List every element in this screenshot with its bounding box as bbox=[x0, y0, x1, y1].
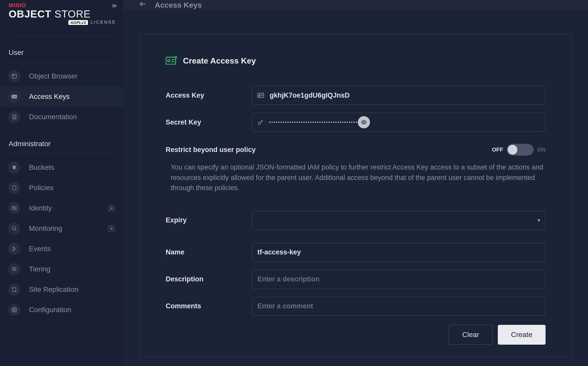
sidebar-item-buckets[interactable]: Buckets bbox=[0, 157, 123, 178]
chevron-down-icon: ▾ bbox=[537, 217, 540, 224]
content: Create Access Key Access Key gkhjK7oe1gd… bbox=[123, 10, 588, 366]
chevron-down-icon[interactable]: ▾ bbox=[108, 225, 115, 232]
expiry-select[interactable]: ▾ bbox=[252, 211, 546, 230]
section-user-label: User bbox=[0, 36, 123, 62]
secret-key-input-wrap[interactable]: ••••••••••••••••••••••••••••••••••••••• bbox=[252, 113, 546, 132]
monitoring-icon bbox=[8, 222, 20, 235]
sidebar-item-site-replication[interactable]: Site Replication bbox=[0, 279, 123, 300]
card-header: Create Access Key bbox=[166, 56, 546, 66]
comments-label: Comments bbox=[166, 302, 252, 310]
object-browser-icon bbox=[8, 70, 20, 82]
access-key-value: gkhjK7oe1gdU6gIQJnsD bbox=[270, 92, 540, 99]
description-input[interactable] bbox=[257, 275, 540, 283]
brand-objectstore: OBJECT STORE bbox=[9, 9, 116, 19]
sidebar-item-configuration[interactable]: Configuration bbox=[0, 300, 123, 320]
svg-rect-10 bbox=[12, 207, 17, 210]
sidebar-item-label: Buckets bbox=[29, 163, 54, 172]
restrict-section: Restrict beyond user policy OFF ON You c… bbox=[166, 144, 546, 193]
svg-line-33 bbox=[261, 121, 262, 122]
name-input-wrap[interactable] bbox=[252, 243, 546, 262]
form-row-comments: Comments bbox=[166, 297, 546, 316]
create-access-key-card: Create Access Key Access Key gkhjK7oe1gd… bbox=[140, 34, 572, 357]
create-button[interactable]: Create bbox=[498, 325, 546, 345]
name-input[interactable] bbox=[257, 248, 540, 256]
card-title: Create Access Key bbox=[183, 56, 256, 66]
sidebar: MINIO OBJECT STORE AGPLv3 LICENSE User O… bbox=[0, 0, 123, 366]
toggle-off-label: OFF bbox=[492, 146, 503, 153]
svg-point-20 bbox=[168, 60, 170, 62]
access-key-card-icon bbox=[166, 56, 177, 66]
description-label: Description bbox=[166, 275, 252, 283]
restrict-label: Restrict beyond user policy bbox=[166, 146, 256, 154]
toggle-on-label: ON bbox=[537, 146, 546, 153]
key-icon bbox=[257, 119, 264, 125]
sidebar-item-label: Monitoring bbox=[29, 224, 62, 233]
description-input-wrap[interactable] bbox=[252, 270, 546, 289]
access-key-label: Access Key bbox=[166, 92, 252, 99]
collapse-sidebar-icon[interactable] bbox=[112, 3, 118, 10]
sidebar-item-documentation[interactable]: Documentation bbox=[0, 107, 123, 127]
buckets-icon bbox=[8, 161, 20, 174]
svg-point-27 bbox=[259, 95, 260, 96]
brand-minio: MINIO bbox=[9, 2, 116, 9]
toggle-knob bbox=[508, 145, 517, 155]
name-label: Name bbox=[166, 248, 252, 256]
restrict-toggle-group: OFF ON bbox=[492, 144, 546, 156]
main: Access Keys Create Access Key bbox=[123, 0, 588, 366]
svg-point-17 bbox=[13, 309, 15, 311]
svg-marker-16 bbox=[12, 267, 17, 269]
agpl-badge: AGPLv3 bbox=[68, 20, 88, 25]
sidebar-item-label: Access Keys bbox=[29, 93, 70, 101]
sidebar-item-label: Object Browser bbox=[29, 72, 78, 80]
gear-icon bbox=[8, 304, 20, 316]
svg-point-11 bbox=[13, 207, 14, 208]
sidebar-item-label: Events bbox=[29, 245, 51, 253]
svg-point-14 bbox=[12, 227, 16, 230]
form-row-expiry: Expiry ▾ bbox=[166, 211, 546, 230]
secret-key-label: Secret Key bbox=[166, 118, 252, 126]
sidebar-item-monitoring[interactable]: Monitoring ▾ bbox=[0, 218, 123, 239]
svg-line-15 bbox=[15, 230, 17, 231]
form-row-secret-key: Secret Key •••••••••••••••••••••••••••••… bbox=[166, 113, 546, 132]
id-card-icon bbox=[257, 93, 264, 98]
sidebar-item-label: Configuration bbox=[29, 306, 71, 314]
sidebar-item-policies[interactable]: Policies bbox=[0, 178, 123, 198]
brand-logo: MINIO OBJECT STORE AGPLv3 LICENSE bbox=[0, 0, 123, 27]
access-key-input-wrap[interactable]: gkhjK7oe1gdU6gIQJnsD bbox=[252, 86, 546, 105]
restrict-header: Restrict beyond user policy OFF ON bbox=[166, 144, 546, 156]
sidebar-item-identity[interactable]: Identity ▾ bbox=[0, 198, 123, 218]
policies-icon bbox=[8, 182, 20, 194]
svg-point-5 bbox=[13, 96, 14, 97]
topbar: Access Keys bbox=[123, 0, 588, 10]
identity-icon bbox=[8, 202, 20, 214]
sidebar-item-access-keys[interactable]: Access Keys bbox=[0, 86, 123, 107]
sidebar-item-label: Policies bbox=[29, 184, 53, 192]
svg-rect-4 bbox=[12, 95, 17, 98]
sidebar-item-object-browser[interactable]: Object Browser bbox=[0, 66, 123, 86]
svg-point-34 bbox=[363, 121, 365, 123]
chevron-down-icon[interactable]: ▾ bbox=[108, 205, 115, 212]
form-row-name: Name bbox=[166, 243, 546, 262]
comments-input[interactable] bbox=[257, 302, 540, 310]
form-row-description: Description bbox=[166, 270, 546, 289]
reveal-secret-button[interactable] bbox=[358, 116, 370, 128]
svg-rect-3 bbox=[13, 75, 14, 76]
documentation-icon bbox=[8, 111, 20, 123]
secret-key-masked: ••••••••••••••••••••••••••••••••••••••• bbox=[269, 120, 358, 125]
sidebar-item-label: Site Replication bbox=[29, 285, 79, 294]
section-admin-label: Administrator bbox=[0, 127, 123, 154]
sidebar-item-label: Identity bbox=[29, 204, 52, 212]
back-arrow-icon[interactable] bbox=[139, 0, 147, 10]
replication-icon bbox=[8, 283, 20, 296]
sidebar-item-events[interactable]: Events bbox=[0, 239, 123, 259]
clear-button[interactable]: Clear bbox=[449, 325, 493, 345]
restrict-description: You can specify an optional JSON-formatt… bbox=[166, 162, 546, 193]
tiering-icon bbox=[8, 263, 20, 275]
comments-input-wrap[interactable] bbox=[252, 297, 546, 316]
sidebar-item-tiering[interactable]: Tiering bbox=[0, 259, 123, 279]
sidebar-item-label: Tiering bbox=[29, 265, 51, 273]
restrict-toggle[interactable] bbox=[507, 144, 534, 156]
events-icon bbox=[8, 243, 20, 255]
nav-divider bbox=[9, 62, 115, 63]
svg-line-32 bbox=[262, 121, 263, 121]
